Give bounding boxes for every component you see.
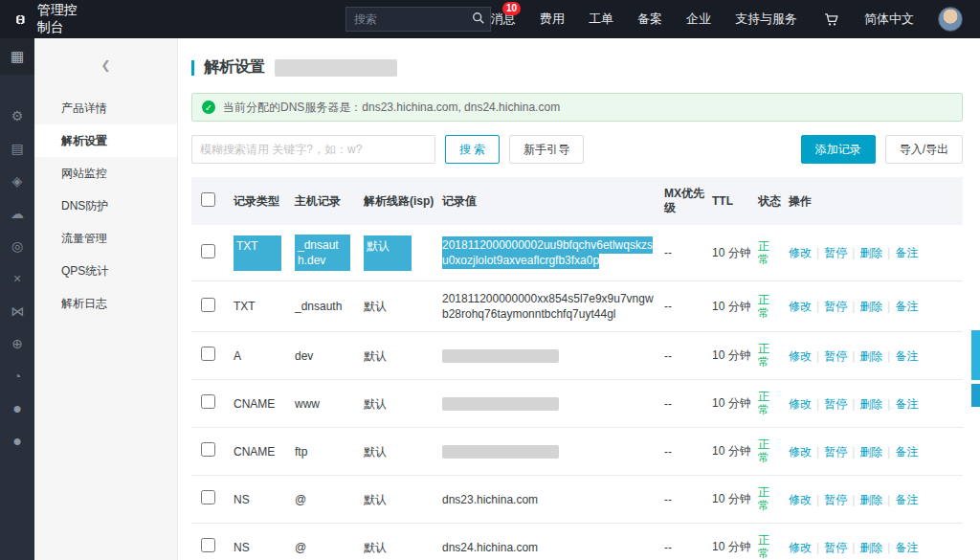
add-record-button[interactable]: 添加记录 [801, 135, 876, 164]
delete-link[interactable]: 删除 [859, 445, 882, 459]
remark-link[interactable]: 备注 [895, 445, 918, 459]
remark-link[interactable]: 备注 [895, 541, 918, 554]
column-header: TTL [708, 177, 754, 225]
records-tbody: TXT_dnsauth.dev默认2018112000000002uu9bfqc… [191, 225, 963, 560]
pause-link[interactable]: 暂停 [824, 349, 847, 363]
sidebar-item-site-monitor[interactable]: 网站监控 [34, 157, 177, 190]
language-switcher[interactable]: 简体中文 [864, 11, 914, 28]
table-row: TXT_dnsauth.dev默认2018112000000002uu9bfqc… [191, 225, 963, 281]
topnav-item-support[interactable]: 支持与服务 [735, 11, 797, 28]
shield-icon[interactable]: ◈ [0, 165, 34, 197]
delete-link[interactable]: 删除 [859, 349, 882, 363]
sidebar-item-product-detail[interactable]: 产品详情 [34, 92, 177, 124]
status-dot-icon[interactable]: ● [0, 392, 34, 425]
cloud-icon[interactable]: ☁ [0, 197, 34, 230]
server-list-icon[interactable]: ▤ [0, 132, 34, 165]
delete-link[interactable]: 删除 [859, 541, 882, 554]
apps-grid-icon[interactable]: ▦ [0, 38, 34, 75]
remark-link[interactable]: 备注 [895, 349, 918, 363]
feedback-tab-secondary[interactable] [971, 384, 980, 407]
modify-link[interactable]: 修改 [789, 493, 812, 506]
import-export-button[interactable]: 导入/导出 [885, 135, 963, 164]
action-separator: | [852, 300, 855, 313]
ttl-value: 10 分钟 [712, 299, 754, 315]
row-checkbox[interactable] [201, 490, 215, 504]
network-nodes-icon[interactable]: ⋈ [0, 295, 34, 327]
row-checkbox[interactable] [201, 347, 215, 361]
topnav-item-tickets[interactable]: 工单 [589, 11, 613, 28]
delete-link[interactable]: 删除 [859, 300, 882, 313]
sidebar-item-resolve-logs[interactable]: 解析日志 [34, 287, 177, 320]
beginner-guide-button[interactable]: 新手引导 [509, 135, 584, 164]
topnav-item-enterprise[interactable]: 企业 [686, 11, 711, 28]
pause-link[interactable]: 暂停 [824, 445, 847, 459]
topnav-item-icp[interactable]: 备案 [637, 11, 662, 28]
modify-link[interactable]: 修改 [789, 541, 812, 554]
cart-icon[interactable] [821, 10, 840, 29]
record-type: TXT [234, 300, 256, 313]
delete-link[interactable]: 删除 [859, 397, 882, 411]
sidebar-collapse-icon[interactable]: ❮ [34, 38, 177, 92]
resolve-line: 默认 [364, 445, 387, 459]
record-type: CNAME [234, 397, 275, 411]
modify-link[interactable]: 修改 [789, 300, 812, 313]
search-button[interactable]: 搜 索 [445, 135, 500, 164]
pause-link[interactable]: 暂停 [824, 397, 847, 411]
close-product-icon[interactable]: × [0, 262, 34, 295]
sidebar-item-traffic-manage[interactable]: 流量管理 [34, 222, 177, 255]
remark-link[interactable]: 备注 [895, 300, 918, 313]
action-separator: | [887, 246, 890, 259]
topnav-item-billing[interactable]: 费用 [540, 11, 565, 28]
row-checkbox[interactable] [201, 298, 215, 312]
topnav-item-messages[interactable]: 消息10 [491, 11, 516, 28]
status-dot2-icon[interactable]: ● [0, 425, 34, 458]
column-header: 记录类型 [230, 177, 291, 225]
remark-link[interactable]: 备注 [895, 493, 918, 506]
pause-link[interactable]: 暂停 [824, 493, 847, 506]
storage-icon[interactable]: ◎ [0, 230, 34, 262]
row-checkbox[interactable] [201, 394, 215, 409]
select-all-checkbox[interactable] [201, 192, 215, 207]
modify-link[interactable]: 修改 [789, 349, 812, 363]
pause-link[interactable]: 暂停 [824, 246, 847, 259]
action-separator: | [816, 300, 819, 313]
modify-link[interactable]: 修改 [789, 397, 812, 411]
brand[interactable]: 管理控制台 [13, 2, 89, 36]
feedback-tab[interactable] [971, 330, 980, 380]
avatar[interactable] [938, 7, 963, 32]
sidebar-item-dns-settings[interactable]: 解析设置 [34, 124, 177, 157]
action-separator: | [852, 541, 855, 554]
action-separator: | [887, 493, 890, 506]
global-search-input[interactable] [345, 7, 491, 32]
delete-link[interactable]: 删除 [859, 493, 882, 506]
sidebar-item-qps-stats[interactable]: QPS统计 [34, 255, 177, 287]
sidebar-item-dns-protection[interactable]: DNS防护 [34, 190, 177, 222]
ttl-value: 10 分钟 [712, 443, 754, 459]
modify-link[interactable]: 修改 [789, 246, 812, 259]
resolve-line: 默认 [364, 541, 387, 554]
table-row: NS@默认dns23.hichina.com--10 分钟正常修改|暂停|删除|… [191, 476, 963, 524]
remark-link[interactable]: 备注 [895, 397, 918, 411]
gear-icon[interactable]: ⚙ [0, 100, 34, 132]
row-checkbox[interactable] [201, 244, 215, 258]
ttl-value: 10 分钟 [712, 491, 754, 507]
remark-link[interactable]: 备注 [895, 246, 918, 259]
host-record: @ [295, 541, 306, 554]
alibaba-cloud-logo-icon [13, 11, 28, 29]
row-checkbox[interactable] [201, 442, 215, 457]
fuzzy-search-input[interactable] [191, 135, 435, 164]
pause-link[interactable]: 暂停 [824, 300, 847, 313]
globe-icon[interactable]: ⊕ [0, 327, 34, 360]
delete-link[interactable]: 删除 [859, 246, 882, 259]
row-actions: 修改|暂停|删除|备注 [785, 380, 963, 428]
search-icon[interactable] [472, 11, 485, 25]
monitor-clock-icon[interactable]: ◔ [0, 360, 34, 392]
table-row: TXT_dnsauth默认201811200000000xx854s5l7e9x… [191, 281, 963, 332]
pause-link[interactable]: 暂停 [824, 541, 847, 554]
global-search [345, 7, 491, 32]
modify-link[interactable]: 修改 [789, 445, 812, 459]
column-header: 记录值 [438, 177, 660, 225]
title-accent-bar [191, 60, 194, 76]
row-checkbox[interactable] [201, 538, 215, 552]
redacted-domain-name [275, 59, 397, 77]
